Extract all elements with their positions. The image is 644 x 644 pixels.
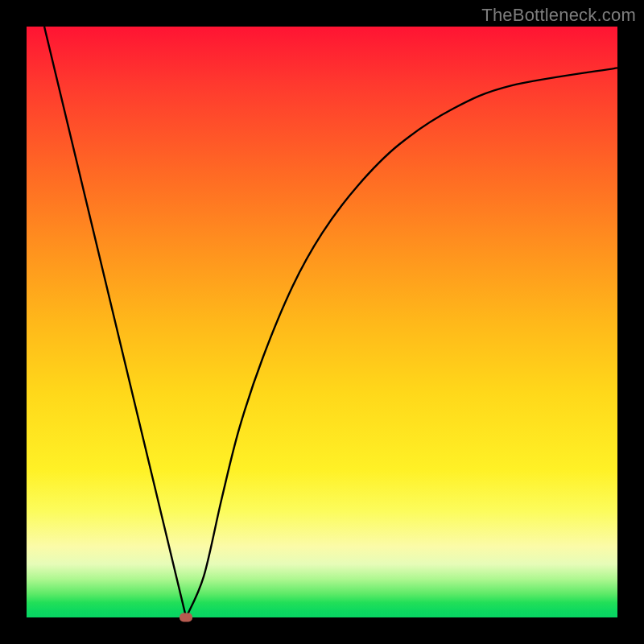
optimum-marker <box>180 613 192 622</box>
bottleneck-curve <box>27 27 617 617</box>
curve-path <box>44 27 617 617</box>
chart-stage: TheBottleneck.com <box>0 0 644 644</box>
watermark-text: TheBottleneck.com <box>481 5 636 26</box>
plot-area <box>27 27 617 617</box>
